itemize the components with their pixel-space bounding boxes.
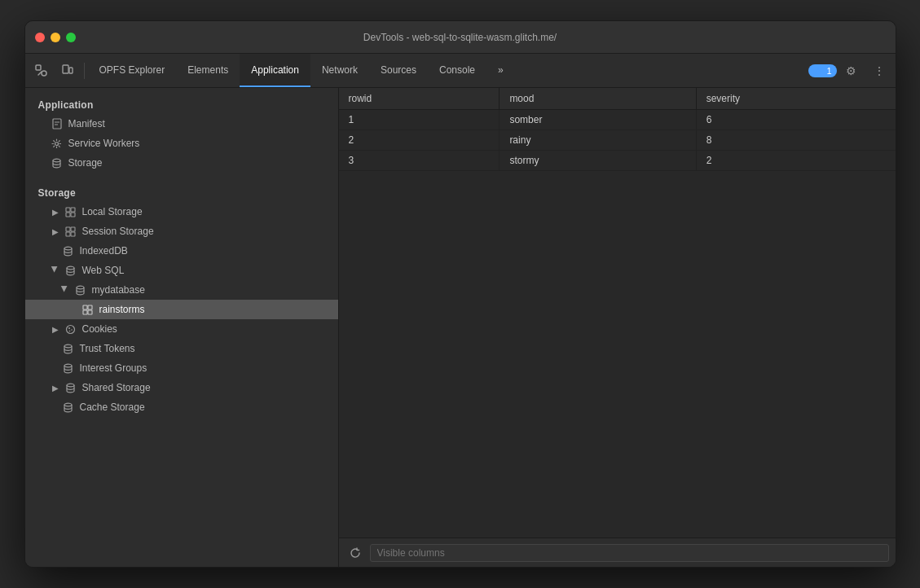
- cell-mood: rainy: [500, 130, 696, 151]
- svg-point-1: [42, 71, 46, 76]
- maximize-button[interactable]: [66, 33, 76, 42]
- web-sql-label: Web SQL: [82, 265, 125, 276]
- sidebar-item-cache-storage[interactable]: Cache Storage: [25, 397, 338, 417]
- svg-point-17: [67, 266, 74, 270]
- cache-storage-label: Cache Storage: [80, 402, 145, 413]
- chevron-right-icon-cookies: ▶: [51, 325, 59, 333]
- tab-sources[interactable]: Sources: [369, 54, 428, 87]
- title-bar: DevTools - web-sql-to-sqlite-wasm.glitch…: [25, 21, 896, 54]
- sidebar-item-web-sql[interactable]: ▶ Web SQL: [25, 261, 338, 280]
- cookies-label: Cookies: [82, 323, 117, 335]
- grid-icon-session: [65, 226, 77, 237]
- storage-label: Storage: [68, 157, 103, 169]
- device-icon-button[interactable]: [55, 58, 81, 84]
- sidebar-spacer: [25, 173, 338, 182]
- db-icon-websql: [65, 265, 77, 276]
- tab-more[interactable]: »: [486, 54, 515, 87]
- table-row[interactable]: 3 stormy 2: [339, 151, 896, 171]
- tab-console[interactable]: Console: [428, 54, 486, 87]
- db-icon-indexed: [63, 245, 74, 257]
- inspector-icon-button[interactable]: [29, 58, 55, 84]
- window-title: DevTools - web-sql-to-sqlite-wasm.glitch…: [363, 32, 557, 43]
- table-body: 1 somber 6 2 rainy 8 3 stormy 2: [339, 110, 896, 171]
- sidebar-item-manifest[interactable]: Manifest: [25, 114, 338, 134]
- sidebar: Application Manifest Service: [25, 88, 339, 567]
- trust-tokens-label: Trust Tokens: [80, 343, 135, 354]
- sidebar-item-local-storage[interactable]: ▶ Local Storage: [25, 202, 338, 222]
- col-header-rowid[interactable]: rowid: [339, 88, 500, 110]
- tab-application[interactable]: Application: [240, 54, 310, 87]
- cell-severity: 6: [696, 110, 895, 130]
- col-header-severity[interactable]: severity: [696, 88, 895, 110]
- gear-icon: [51, 138, 63, 149]
- chevron-right-icon: ▶: [51, 208, 59, 216]
- sidebar-item-indexeddb[interactable]: IndexedDB: [25, 241, 338, 261]
- service-workers-label: Service Workers: [68, 138, 140, 149]
- refresh-button[interactable]: [346, 543, 365, 563]
- chevron-right-icon: ▶: [51, 227, 59, 235]
- svg-rect-20: [88, 305, 92, 309]
- svg-point-18: [77, 286, 84, 289]
- svg-point-25: [71, 329, 73, 331]
- svg-rect-3: [69, 68, 73, 73]
- col-header-mood[interactable]: mood: [500, 88, 696, 110]
- grid-icon-local: [65, 206, 77, 217]
- visible-columns-input[interactable]: [370, 544, 889, 562]
- minimize-button[interactable]: [51, 33, 60, 42]
- notification-count: 1: [826, 66, 831, 76]
- svg-rect-2: [63, 65, 68, 73]
- notification-badge[interactable]: 1: [808, 64, 836, 77]
- bottom-bar: [339, 538, 896, 567]
- svg-rect-5: [53, 119, 61, 129]
- local-storage-label: Local Storage: [82, 206, 143, 217]
- svg-point-16: [64, 247, 72, 250]
- sidebar-item-shared-storage[interactable]: ▶ Shared Storage: [25, 378, 338, 397]
- sidebar-item-service-workers[interactable]: Service Workers: [25, 134, 338, 153]
- data-table: rowid mood severity 1 somber 6 2: [339, 88, 896, 171]
- db-icon-cache: [63, 402, 74, 413]
- svg-rect-10: [66, 213, 70, 217]
- svg-point-23: [67, 325, 75, 333]
- sidebar-item-cookies[interactable]: ▶ Cookies: [25, 319, 338, 339]
- table-header: rowid mood severity: [339, 88, 896, 110]
- svg-point-26: [69, 330, 71, 331]
- sidebar-item-interest-groups[interactable]: Interest Groups: [25, 358, 338, 378]
- settings-button[interactable]: ⚙: [839, 58, 865, 84]
- svg-rect-8: [66, 208, 70, 212]
- table-row[interactable]: 2 rainy 8: [339, 130, 896, 151]
- table-row[interactable]: 1 somber 6: [339, 110, 896, 130]
- svg-point-27: [64, 344, 72, 348]
- traffic-lights: [35, 33, 76, 42]
- tab-elements[interactable]: Elements: [176, 54, 240, 87]
- storage-section-header: Storage: [25, 182, 338, 202]
- chevron-down-icon-mydb: ▶: [61, 286, 69, 294]
- db-icon-shared: [65, 382, 77, 393]
- session-storage-label: Session Storage: [82, 226, 154, 237]
- sidebar-item-trust-tokens[interactable]: Trust Tokens: [25, 339, 338, 358]
- tab-opfs-explorer[interactable]: OPFS Explorer: [88, 54, 177, 87]
- sidebar-item-rainstorms[interactable]: rainstorms: [25, 300, 338, 319]
- main-content: Application Manifest Service: [25, 88, 896, 567]
- svg-rect-0: [36, 65, 41, 70]
- svg-point-28: [64, 364, 72, 367]
- tab-network[interactable]: Network: [310, 54, 369, 87]
- toolbar-divider: [84, 63, 85, 79]
- svg-rect-9: [71, 208, 75, 212]
- close-button[interactable]: [35, 33, 45, 42]
- svg-rect-13: [71, 227, 75, 231]
- mydatabase-label: mydatabase: [92, 284, 145, 296]
- chevron-down-icon: ▶: [51, 266, 59, 274]
- devtools-window: DevTools - web-sql-to-sqlite-wasm.glitch…: [24, 20, 896, 568]
- more-options-button[interactable]: ⋮: [866, 58, 892, 84]
- sidebar-item-storage[interactable]: Storage: [25, 153, 338, 173]
- sidebar-item-mydatabase[interactable]: ▶ mydatabase: [25, 280, 338, 300]
- toolbar-tabs: OPFS Explorer Elements Application Netwo…: [88, 54, 515, 87]
- manifest-label: Manifest: [68, 118, 105, 129]
- svg-rect-19: [83, 305, 87, 309]
- cell-rowid: 2: [339, 130, 500, 151]
- cell-mood: stormy: [500, 151, 696, 171]
- db-icon-mydb: [75, 284, 86, 296]
- sidebar-item-session-storage[interactable]: ▶ Session Storage: [25, 222, 338, 241]
- db-icon-interest: [63, 362, 74, 374]
- chevron-right-icon-shared: ▶: [51, 384, 59, 392]
